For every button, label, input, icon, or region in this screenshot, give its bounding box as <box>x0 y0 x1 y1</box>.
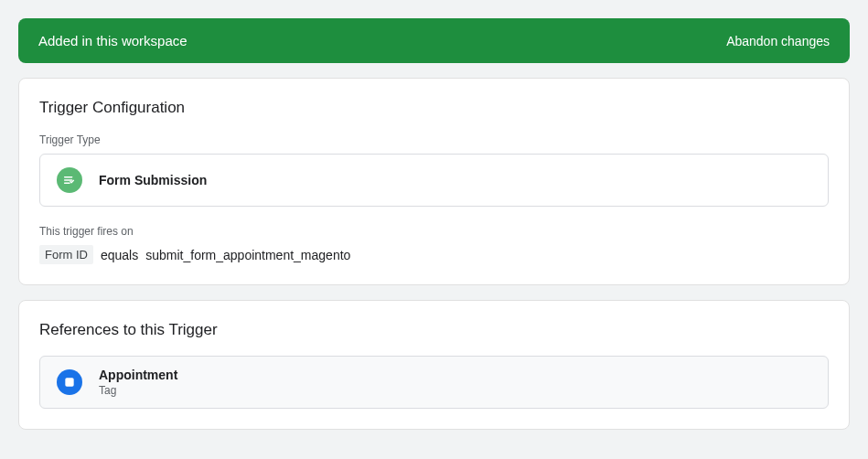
trigger-config-card: Trigger Configuration Trigger Type Form … <box>18 78 850 285</box>
tag-icon <box>57 369 82 395</box>
condition-key: Form ID <box>39 245 93 264</box>
form-submission-icon <box>57 167 82 193</box>
banner-title: Added in this workspace <box>38 33 188 48</box>
references-title: References to this Trigger <box>39 321 829 339</box>
reference-name: Appointment <box>99 368 177 382</box>
trigger-type-value: Form Submission <box>99 173 207 187</box>
trigger-type-selector[interactable]: Form Submission <box>39 154 829 207</box>
reference-item[interactable]: Appointment Tag <box>39 356 829 409</box>
reference-type: Tag <box>99 384 177 397</box>
svg-rect-0 <box>65 378 73 386</box>
condition-value: submit_form_appointment_magento <box>145 248 350 262</box>
references-card: References to this Trigger Appointment T… <box>18 300 850 430</box>
condition-operator: equals <box>101 248 138 262</box>
fires-on-label: This trigger fires on <box>39 225 829 238</box>
reference-text: Appointment Tag <box>99 368 177 397</box>
workspace-banner: Added in this workspace Abandon changes <box>18 18 850 63</box>
trigger-type-label: Trigger Type <box>39 133 829 146</box>
config-title: Trigger Configuration <box>39 99 829 117</box>
trigger-condition: Form ID equals submit_form_appointment_m… <box>39 245 829 264</box>
abandon-changes-button[interactable]: Abandon changes <box>726 34 830 48</box>
